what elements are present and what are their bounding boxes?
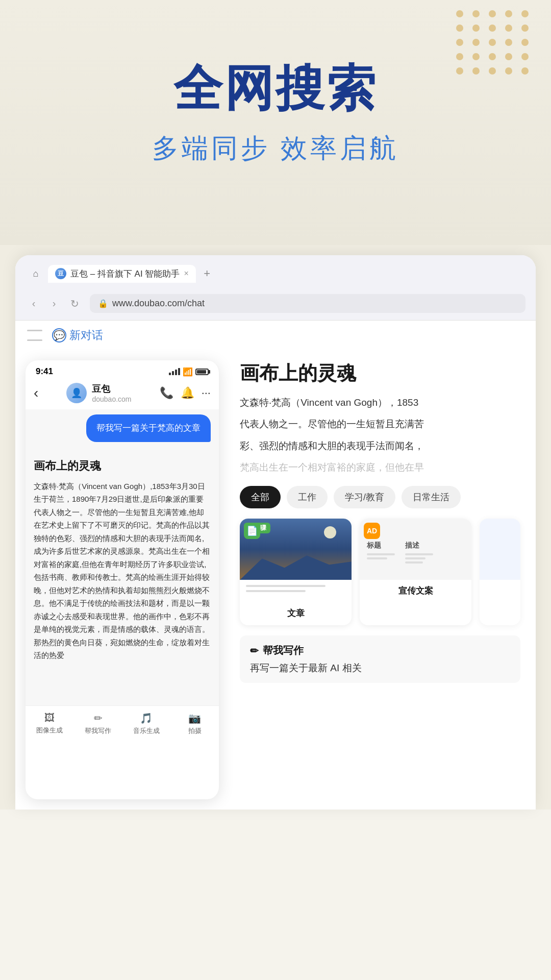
mobile-chat-info: 👤 豆包 doubao.com xyxy=(66,383,131,403)
browser-wrapper: ⌂ 豆 豆包 – 抖音旗下 AI 智能助手 × + ‹ › xyxy=(0,245,551,810)
browser-toolbar: 💬 新对话 xyxy=(15,321,536,350)
template-card-adcopy[interactable]: AD 标题 描述 xyxy=(360,519,471,625)
browser-tabs: ⌂ 豆 豆包 – 抖音旗下 AI 智能助手 × + xyxy=(26,264,525,283)
mobile-chat-url: doubao.com xyxy=(92,395,131,403)
image-gen-icon: 🖼 xyxy=(44,712,55,724)
card-adcopy-image: AD 标题 描述 xyxy=(360,519,471,580)
card-label-area: 标题 描述 xyxy=(367,541,464,564)
mobile-mockup-panel: 9:41 📶 xyxy=(26,360,219,799)
card-ad-badge: AD xyxy=(364,523,380,539)
tab-music[interactable]: 🎵 音乐生成 xyxy=(122,712,171,736)
music-label: 音乐生成 xyxy=(133,726,160,736)
card-mountain xyxy=(240,549,352,580)
mobile-article-text: 文森特·梵高（Vincent van Gogh）,1853年3月30日生于荷兰，… xyxy=(34,480,211,662)
mobile-chat-name: 豆包 xyxy=(92,383,131,395)
address-bar: ‹ › ↻ 🔒 www.doubao.com/chat xyxy=(26,289,525,320)
write-section-title: ✏ 帮我写作 xyxy=(250,644,510,657)
nav-buttons: ‹ › ↻ xyxy=(26,296,83,312)
mobile-avatar: 👤 xyxy=(66,383,87,403)
hero-section: 全网搜索 多端同步 效率启航 xyxy=(0,0,551,245)
write-section-icon: ✏ xyxy=(250,645,259,657)
mobile-bottom-bar: 🖼 图像生成 ✏ 帮我写作 🎵 音乐生成 📷 拍摄 xyxy=(26,705,219,740)
right-article-preview3: 彩、强烈的情感和大胆的表现手法而闻名， xyxy=(240,438,520,454)
new-chat-button[interactable]: 💬 新对话 xyxy=(52,328,103,343)
write-section-subtitle: 再写一篇关于最新 AI 相关 xyxy=(250,662,510,675)
music-icon: 🎵 xyxy=(140,712,153,724)
camera-label: 拍摄 xyxy=(188,726,202,736)
right-panel: 画布上的灵魂 文森特·梵高（Vincent van Gogh），1853 代表人… xyxy=(230,350,536,810)
template-card-article[interactable]: 分步骤 📄 文章 xyxy=(240,519,352,625)
status-icons: 📶 xyxy=(169,367,209,377)
category-tabs: 全部 工作 学习/教育 日常生活 xyxy=(240,486,520,508)
new-chat-label: 新对话 xyxy=(69,328,103,343)
template-card-partial[interactable] xyxy=(480,519,520,625)
tab-write[interactable]: ✏ 帮我写作 xyxy=(74,712,122,736)
mobile-article-title: 画布上的灵魂 xyxy=(34,458,211,474)
browser-chrome: ⌂ 豆 豆包 – 抖音旗下 AI 智能助手 × + ‹ › xyxy=(15,255,536,321)
home-icon: ⌂ xyxy=(33,268,39,279)
mobile-back-button[interactable]: ‹ xyxy=(34,385,38,401)
card-article-name: 文章 xyxy=(240,602,352,625)
wifi-icon: 📶 xyxy=(183,367,193,377)
new-chat-icon: 💬 xyxy=(52,328,66,342)
right-article-fade: 梵高出生在一个相对富裕的家庭，但他在早 xyxy=(240,459,520,476)
address-url: www.doubao.com/chat xyxy=(112,298,205,309)
card-landscape-image: 分步骤 📄 xyxy=(240,519,352,580)
main-content-area: 9:41 📶 xyxy=(15,350,536,810)
mobile-nav-bar: ‹ 👤 豆包 doubao.com 📞 🔔 ··· xyxy=(26,379,219,409)
write-icon: ✏ xyxy=(94,712,103,724)
new-tab-button[interactable]: + xyxy=(198,264,216,283)
browser-window: ⌂ 豆 豆包 – 抖音旗下 AI 智能助手 × + ‹ › xyxy=(15,255,536,810)
category-tab-all[interactable]: 全部 xyxy=(240,486,281,508)
mute-icon[interactable]: 🔔 xyxy=(181,386,194,400)
sidebar-toggle-button[interactable] xyxy=(26,328,44,342)
write-label: 帮我写作 xyxy=(85,726,111,736)
tab-image-gen[interactable]: 🖼 图像生成 xyxy=(26,712,74,736)
card-partial-image xyxy=(480,519,520,580)
hero-subtitle: 多端同步 效率启航 xyxy=(41,131,510,166)
home-tab-button[interactable]: ⌂ xyxy=(26,264,46,283)
lock-icon: 🔒 xyxy=(98,299,108,308)
address-input[interactable]: 🔒 www.doubao.com/chat xyxy=(90,294,525,313)
mobile-time: 9:41 xyxy=(36,366,53,377)
image-gen-label: 图像生成 xyxy=(36,726,63,735)
tab-camera[interactable]: 📷 拍摄 xyxy=(170,712,219,736)
card-green-icon: 📄 xyxy=(244,523,260,539)
forward-button[interactable]: › xyxy=(46,296,62,312)
right-article-title: 画布上的灵魂 xyxy=(240,360,520,386)
user-message-bubble: 帮我写一篇关于梵高的文章 xyxy=(86,414,211,442)
tab-close-button[interactable]: × xyxy=(184,269,188,278)
back-button[interactable]: ‹ xyxy=(26,296,42,312)
more-options-icon[interactable]: ··· xyxy=(202,386,211,400)
card-moon xyxy=(324,526,336,538)
write-section: ✏ 帮我写作 再写一篇关于最新 AI 相关 xyxy=(240,635,520,683)
mobile-nav-actions: 📞 🔔 ··· xyxy=(160,386,211,400)
category-tab-work[interactable]: 工作 xyxy=(287,486,328,508)
category-tab-daily[interactable]: 日常生活 xyxy=(402,486,461,508)
card-label-desc: 描述 xyxy=(405,541,433,564)
template-cards: 分步骤 📄 文章 xyxy=(240,519,520,625)
right-article-preview1: 文森特·梵高（Vincent van Gogh），1853 xyxy=(240,395,520,411)
tab-title: 豆包 – 抖音旗下 AI 智能助手 xyxy=(70,268,180,280)
card-adcopy-name: 宣传文案 xyxy=(360,580,471,603)
card-bottom-area xyxy=(240,580,352,602)
dot-grid-decoration xyxy=(456,10,531,75)
refresh-button[interactable]: ↻ xyxy=(66,296,83,312)
camera-icon: 📷 xyxy=(188,712,201,724)
card-label-title: 标题 xyxy=(367,541,395,564)
active-tab[interactable]: 豆 豆包 – 抖音旗下 AI 智能助手 × xyxy=(48,265,196,283)
mobile-status-bar: 9:41 📶 xyxy=(26,360,219,379)
phone-icon[interactable]: 📞 xyxy=(160,386,173,400)
battery-icon xyxy=(195,369,209,375)
category-tab-education[interactable]: 学习/教育 xyxy=(334,486,395,508)
tab-favicon: 豆 xyxy=(55,268,66,279)
signal-bars-icon xyxy=(169,368,180,375)
mobile-chat-area: 帮我写一篇关于梵高的文章 画布上的灵魂 文森特·梵高（Vincent van G… xyxy=(26,409,219,705)
mobile-chat-details: 豆包 doubao.com xyxy=(92,383,131,403)
hero-title: 全网搜索 xyxy=(41,61,510,115)
right-article-preview2: 代表人物之一。尽管他的一生短暂且充满苦 xyxy=(240,416,520,432)
